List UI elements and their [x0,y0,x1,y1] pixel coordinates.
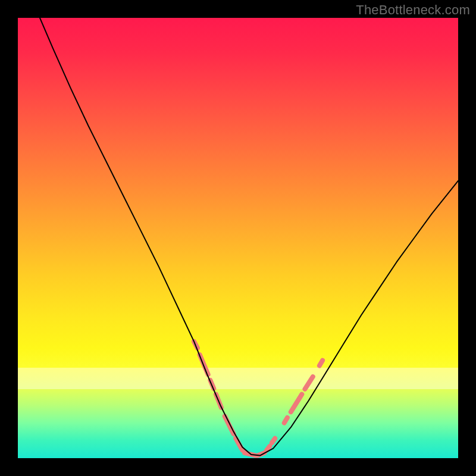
main-curve-path [40,18,458,456]
highlight-segments [194,342,322,456]
highlight-segment [320,361,322,366]
chart-stage: TheBottleneck.com [0,0,476,476]
highlight-segment [267,446,270,450]
highlight-segment [291,394,302,412]
highlight-segment [284,418,287,423]
highlight-segment [305,377,312,389]
curve-svg [18,18,458,458]
highlight-segment [272,439,275,443]
plot-area [18,18,458,458]
highlight-segment [225,416,234,434]
watermark-text: TheBottleneck.com [356,2,470,18]
